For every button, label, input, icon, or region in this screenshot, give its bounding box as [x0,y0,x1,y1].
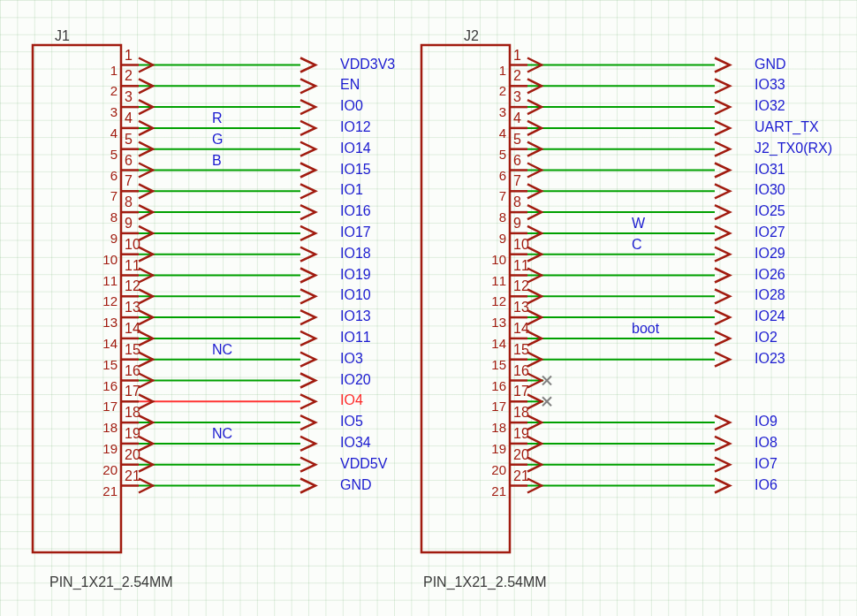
pin-number-inside: 6 [483,168,506,183]
net-label: IO25 [755,203,785,219]
net-label: IO24 [755,308,785,324]
net-port-arrow [715,269,730,283]
pin-number-inside: 3 [483,104,506,119]
pin-number-outside: 15 [513,342,529,358]
net-label: GND [755,57,786,72]
net-label: IO28 [755,287,785,303]
pin-number-inside: 16 [483,378,506,393]
net-label: IO2 [755,330,777,346]
pin-number-inside: 5 [483,147,506,162]
net-port-arrow [715,121,730,135]
net-port-arrow [715,289,730,303]
pin-number-inside: 18 [483,420,506,435]
pin-number-inside: 12 [483,293,506,308]
net-label: IO31 [755,162,785,178]
pin-number-outside: 19 [513,426,529,442]
net-port-arrow [715,415,730,430]
schematic-canvas: J1PIN_1X21_2.54MM11VDD3V322EN33IO044IO12… [0,0,857,616]
pin-number-inside: 20 [483,462,506,477]
pin-number-inside: 8 [483,209,506,224]
pin-number-outside: 12 [513,278,529,294]
pin-number-inside: 21 [483,483,506,498]
pin-number-outside: 10 [513,237,529,253]
pin-number-outside: 7 [513,173,521,189]
net-label: IO27 [755,224,785,240]
pin-number-outside: 16 [513,363,529,379]
net-port-arrow [715,205,730,219]
pin-number-inside: 7 [483,188,506,203]
net-label: IO6 [755,477,777,493]
pin-number-outside: 4 [513,110,521,126]
pin-number-inside: 11 [483,273,506,288]
pin-number-inside: 2 [483,83,506,98]
pin-number-outside: 13 [513,300,529,316]
net-port-arrow [715,184,730,198]
pin-number-outside: 8 [513,194,521,210]
net-port-arrow [715,310,730,324]
net-port-arrow [715,479,730,493]
pin-number-outside: 20 [513,447,529,463]
pin-number-outside: 18 [513,405,529,421]
pin-number-outside: 11 [513,258,529,274]
wire-annotation: boot [632,321,659,337]
pin-number-inside: 13 [483,315,506,330]
pin-number-outside: 3 [513,89,521,105]
pin-number-outside: 1 [513,48,521,64]
net-port-arrow [715,226,730,240]
wire-annotation: W [632,216,645,232]
net-port-arrow [715,164,730,178]
net-label: IO29 [755,246,785,262]
pin-number-outside: 9 [513,216,521,232]
net-label: IO7 [755,456,777,472]
pin-number-outside: 6 [513,153,521,169]
net-port-arrow [715,247,730,262]
net-label: IO30 [755,182,785,198]
net-port-arrow [715,100,730,114]
pin-number-inside: 15 [483,357,506,372]
net-port-arrow [715,79,730,93]
net-label: J2_TX0(RX) [755,141,832,156]
pin-number-inside: 4 [483,125,506,141]
pin-number-outside: 21 [513,468,529,484]
net-port-arrow [715,58,730,72]
pin-number-inside: 17 [483,399,506,414]
net-label: UART_TX [755,119,819,135]
pin-number-inside: 14 [483,336,506,351]
net-port-arrow [715,458,730,472]
pin-number-outside: 5 [513,132,521,148]
component-svg [0,0,857,616]
net-label: IO32 [755,98,785,114]
net-label: IO9 [755,414,777,430]
pin-number-inside: 10 [483,252,506,267]
net-port-arrow [715,437,730,451]
pin-number-inside: 1 [483,63,506,78]
pin-number-outside: 17 [513,384,529,399]
net-label: IO26 [755,267,785,283]
wire-annotation: C [632,237,642,253]
pin-number-inside: 9 [483,231,506,246]
net-label: IO33 [755,77,785,93]
net-port-arrow [715,353,730,367]
pin-number-inside: 19 [483,441,506,456]
pin-number-outside: 14 [513,321,529,337]
net-port-arrow [715,331,730,346]
net-label: IO8 [755,435,777,451]
net-label: IO23 [755,351,785,367]
pin-number-outside: 2 [513,68,521,84]
net-port-arrow [715,142,730,156]
